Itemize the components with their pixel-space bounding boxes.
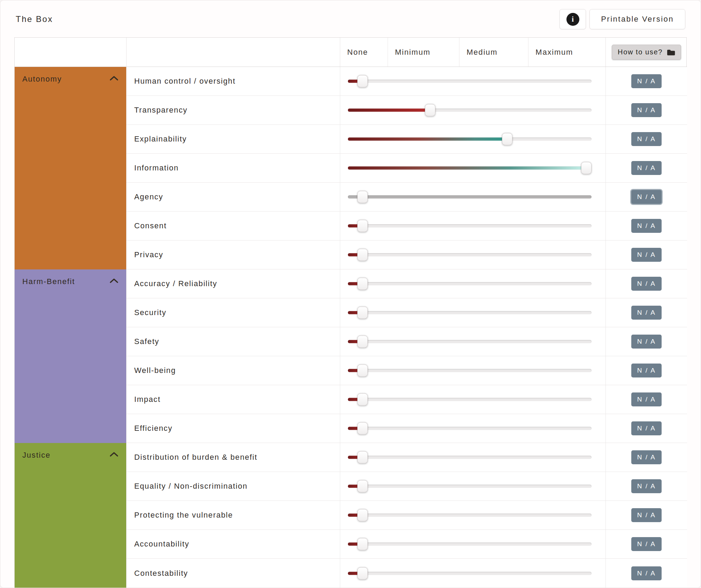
collapse-chevron-icon[interactable] xyxy=(109,75,119,83)
slider-track[interactable] xyxy=(348,456,592,459)
slider-thumb[interactable] xyxy=(357,278,368,290)
na-button[interactable]: N / A xyxy=(631,537,662,551)
rating-slider[interactable] xyxy=(348,277,592,290)
na-button[interactable]: N / A xyxy=(631,479,662,493)
slider-cell xyxy=(340,414,605,443)
slider-thumb[interactable] xyxy=(357,249,368,261)
slider-track[interactable] xyxy=(348,311,592,314)
slider-cell xyxy=(340,530,605,558)
rating-slider[interactable] xyxy=(348,191,592,203)
na-button[interactable]: N / A xyxy=(631,450,662,464)
slider-thumb[interactable] xyxy=(357,220,368,232)
scale-header-minimum: Minimum xyxy=(388,38,459,67)
na-button[interactable]: N / A xyxy=(631,190,662,204)
slider-track[interactable] xyxy=(348,427,592,430)
slider-track[interactable] xyxy=(348,543,592,546)
slider-cell xyxy=(340,125,605,153)
rating-slider[interactable] xyxy=(348,249,592,261)
slider-cell xyxy=(340,240,605,269)
na-button[interactable]: N / A xyxy=(631,421,662,435)
slider-track[interactable] xyxy=(348,514,592,517)
slider-thumb[interactable] xyxy=(357,336,368,348)
slider-track[interactable] xyxy=(348,196,592,199)
rating-slider[interactable] xyxy=(348,480,592,492)
criterion-row-explainability: ExplainabilityN / A xyxy=(127,125,687,154)
printable-version-button[interactable]: Printable Version xyxy=(589,9,685,29)
slider-thumb[interactable] xyxy=(581,162,592,174)
na-button[interactable]: N / A xyxy=(631,219,662,233)
rating-slider[interactable] xyxy=(348,104,592,116)
slider-thumb[interactable] xyxy=(357,394,368,406)
how-to-use-label: How to use? xyxy=(618,48,663,56)
criterion-row-privacy: PrivacyN / A xyxy=(127,240,687,269)
how-to-use-button[interactable]: How to use? xyxy=(612,45,681,60)
slider-track[interactable] xyxy=(348,80,592,83)
slider-track[interactable] xyxy=(348,398,592,401)
na-button[interactable]: N / A xyxy=(631,566,662,580)
slider-cell xyxy=(340,154,605,182)
table-header-row: None Minimum Medium Maximum How to use? xyxy=(127,38,687,67)
category-header-spacer xyxy=(15,38,126,67)
na-button[interactable]: N / A xyxy=(631,103,662,117)
slider-thumb[interactable] xyxy=(357,451,368,464)
slider-thumb[interactable] xyxy=(357,75,368,87)
na-cell: N / A xyxy=(605,443,687,472)
rating-slider[interactable] xyxy=(348,567,592,580)
slider-thumb[interactable] xyxy=(357,365,368,377)
slider-thumb[interactable] xyxy=(357,567,368,579)
na-button[interactable]: N / A xyxy=(631,364,662,377)
na-button[interactable]: N / A xyxy=(631,132,662,146)
slider-track[interactable] xyxy=(348,224,592,228)
criterion-row-distribution-of-burden-benefit: Distribution of burden & benefitN / A xyxy=(127,443,687,472)
slider-fill xyxy=(348,138,507,141)
na-button[interactable]: N / A xyxy=(631,335,662,349)
slider-track[interactable] xyxy=(348,282,592,285)
collapse-chevron-icon[interactable] xyxy=(109,451,119,459)
slider-track[interactable] xyxy=(348,485,592,488)
na-cell: N / A xyxy=(605,559,687,588)
rating-slider[interactable] xyxy=(348,364,592,377)
slider-thumb[interactable] xyxy=(357,538,368,550)
na-button[interactable]: N / A xyxy=(631,161,662,175)
slider-thumb[interactable] xyxy=(357,509,368,521)
rating-slider[interactable] xyxy=(348,509,592,521)
rating-slider[interactable] xyxy=(348,393,592,406)
slider-thumb[interactable] xyxy=(502,133,512,145)
criterion-row-safety: SafetyN / A xyxy=(127,327,687,356)
na-button[interactable]: N / A xyxy=(631,248,662,262)
criterion-label: Security xyxy=(127,298,340,327)
criterion-row-transparency: TransparencyN / A xyxy=(127,96,687,125)
na-button[interactable]: N / A xyxy=(631,508,662,522)
slider-thumb[interactable] xyxy=(425,104,435,116)
rating-slider[interactable] xyxy=(348,162,592,174)
slider-thumb[interactable] xyxy=(357,480,368,492)
criterion-row-impact: ImpactN / A xyxy=(127,385,687,414)
category-label: Harm-Benefit xyxy=(22,277,75,286)
info-button[interactable]: i xyxy=(559,9,586,29)
na-button[interactable]: N / A xyxy=(631,74,662,88)
rating-slider[interactable] xyxy=(348,451,592,464)
collapse-chevron-icon[interactable] xyxy=(109,277,119,285)
slider-thumb[interactable] xyxy=(357,191,368,203)
slider-cell xyxy=(340,327,605,356)
criterion-label: Contestability xyxy=(127,559,340,588)
slider-cell xyxy=(340,183,605,211)
rating-slider[interactable] xyxy=(348,335,592,348)
criterion-row-accountability: AccountabilityN / A xyxy=(127,530,687,559)
slider-thumb[interactable] xyxy=(357,422,368,435)
rating-slider[interactable] xyxy=(348,306,592,319)
rating-slider[interactable] xyxy=(348,75,592,87)
slider-track[interactable] xyxy=(348,572,592,575)
slider-thumb[interactable] xyxy=(357,307,368,319)
rating-slider[interactable] xyxy=(348,422,592,435)
na-button[interactable]: N / A xyxy=(631,277,662,291)
slider-track[interactable] xyxy=(348,369,592,372)
slider-track[interactable] xyxy=(348,340,592,343)
slider-track[interactable] xyxy=(348,253,592,257)
rating-slider[interactable] xyxy=(348,538,592,550)
na-button[interactable]: N / A xyxy=(631,392,662,406)
slider-cell xyxy=(340,385,605,414)
rating-slider[interactable] xyxy=(348,133,592,145)
na-button[interactable]: N / A xyxy=(631,306,662,320)
rating-slider[interactable] xyxy=(348,220,592,232)
